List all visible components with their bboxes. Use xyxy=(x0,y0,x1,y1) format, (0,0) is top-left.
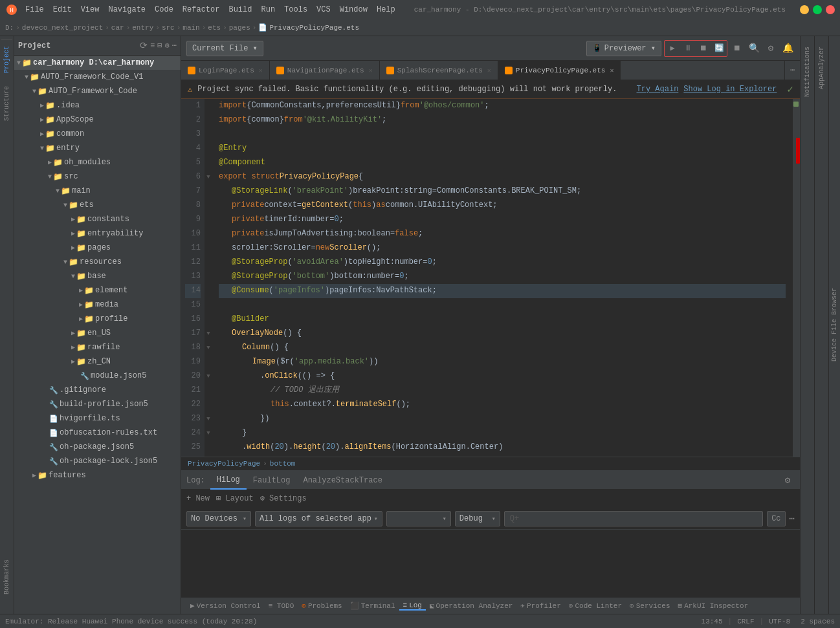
tree-item-rawfile[interactable]: ▶ 📁 rawfile xyxy=(14,340,181,354)
bottom-tab-settings[interactable]: ⚙ xyxy=(780,473,795,488)
tree-item-oh-modules[interactable]: ▶ 📁 oh_modules xyxy=(14,155,181,169)
tab-more-btn[interactable]: ⋯ xyxy=(784,61,800,80)
status-charset[interactable]: UTF-8 xyxy=(769,618,790,625)
app-analyzer-label[interactable]: AppAnalyzer xyxy=(816,41,827,94)
sidebar-action-sync[interactable]: ⟳ xyxy=(140,40,148,51)
run-btn-2[interactable]: ⏸ xyxy=(681,41,695,56)
sidebar-action-more[interactable]: ⋯ xyxy=(172,41,177,50)
run-btn-1[interactable]: ▶ xyxy=(665,41,680,56)
sidebar-action-gear[interactable]: ⚙ xyxy=(165,41,170,50)
tab-close-splash[interactable]: ✕ xyxy=(487,67,491,74)
tree-item-build-profile[interactable]: 🔧 build-profile.json5 xyxy=(14,397,181,411)
tab-close-login[interactable]: ✕ xyxy=(259,67,263,74)
tree-item-obfuscation[interactable]: 📄 obfuscation-rules.txt xyxy=(14,426,181,440)
menu-window[interactable]: Window xyxy=(335,4,372,16)
bottom-item-todo[interactable]: ≡ TODO xyxy=(265,602,298,610)
try-again-link[interactable]: Try Again xyxy=(637,85,679,94)
device-file-browser-label[interactable]: Device File Browser xyxy=(830,284,839,365)
tab-navigationpage[interactable]: NavigationPage.ets ✕ xyxy=(270,61,380,80)
tree-item-main[interactable]: ▼ 📁 main xyxy=(14,184,181,198)
menu-refactor[interactable]: Refactor xyxy=(178,4,225,16)
more-btn[interactable]: ⋯ xyxy=(790,513,795,524)
tree-item-zh-cn[interactable]: ▶ 📁 zh_CN xyxy=(14,354,181,369)
status-indent[interactable]: 2 spaces xyxy=(801,618,835,625)
search-btn[interactable]: 🔍 xyxy=(747,41,761,56)
tree-item-hvigorfile[interactable]: 📄 hvigorfile.ts xyxy=(14,411,181,426)
menu-code[interactable]: Code xyxy=(150,4,178,16)
tab-splashscreenpage[interactable]: SplashScreenPage.ets ✕ xyxy=(380,61,498,80)
tab-close-nav[interactable]: ✕ xyxy=(369,67,373,74)
breadcrumb-property[interactable]: bottom xyxy=(270,460,296,468)
settings-btn[interactable]: ⚙ xyxy=(764,41,778,56)
maximize-btn[interactable] xyxy=(813,5,822,14)
menu-view[interactable]: View xyxy=(76,4,104,16)
menu-navigate[interactable]: Navigate xyxy=(104,4,150,16)
tree-item-ets[interactable]: ▼ 📁 ets xyxy=(14,198,181,212)
tree-item-gitignore[interactable]: 🔧 .gitignore xyxy=(14,383,181,397)
left-tab-bookmarks[interactable]: Bookmarks xyxy=(1,553,12,601)
menu-run[interactable]: Run xyxy=(256,4,280,16)
bottom-item-codelinter[interactable]: ⊙ Code Linter xyxy=(565,601,626,610)
action-layout[interactable]: ⊞ Layout xyxy=(216,493,254,503)
left-tab-project[interactable]: Project xyxy=(1,39,12,80)
close-btn[interactable] xyxy=(826,5,835,14)
bottom-item-problems[interactable]: ⊙ Problems xyxy=(298,601,346,610)
tree-item-constants[interactable]: ▶ 📁 constants xyxy=(14,212,181,226)
tab-loginpage[interactable]: LoginPage.ets ✕ xyxy=(181,61,270,80)
menu-edit[interactable]: Edit xyxy=(49,4,76,16)
tree-item-entryability[interactable]: ▶ 📁 entryability xyxy=(14,226,181,241)
run-btn-3[interactable]: ⏹ xyxy=(696,41,711,56)
breadcrumb-page[interactable]: PrivacyPolicyPage xyxy=(188,460,260,468)
action-new[interactable]: + New xyxy=(186,494,210,503)
left-tab-structure[interactable]: Structure xyxy=(1,80,12,127)
tree-item-oh-package[interactable]: 🔧 oh-package.json5 xyxy=(14,440,181,454)
tree-item-media[interactable]: ▶ 📁 media xyxy=(14,298,181,312)
log-search[interactable]: Q+ xyxy=(504,511,763,526)
process-filter[interactable]: ▾ xyxy=(386,511,451,526)
level-filter[interactable]: Debug ▾ xyxy=(455,511,500,526)
bottom-item-services[interactable]: ⊙ Services xyxy=(626,601,674,610)
menu-tools[interactable]: Tools xyxy=(280,4,312,16)
previewer-btn[interactable]: 📱 Previewer ▾ xyxy=(586,41,661,56)
run-btn-4[interactable]: 🔄 xyxy=(712,41,726,56)
bottom-tab-analyzestack[interactable]: AnalyzeStackTrace xyxy=(296,471,388,490)
tree-item-features[interactable]: ▶ 📁 features xyxy=(14,468,181,482)
tree-item-en-us[interactable]: ▶ 📁 en_US xyxy=(14,326,181,340)
log-filter[interactable]: All logs of selected app ▾ xyxy=(255,511,382,526)
stop-btn[interactable]: ⏹ xyxy=(730,41,744,56)
status-position[interactable]: 13:45 xyxy=(702,618,723,625)
menu-vcs[interactable]: VCS xyxy=(312,4,335,16)
tree-item-auto-v1[interactable]: ▼ 📁 AUTO_Framework_Code_V1 xyxy=(14,70,181,84)
tree-item-pages[interactable]: ▶ 📁 pages xyxy=(14,241,181,255)
tree-item-base[interactable]: ▼ 📁 base xyxy=(14,269,181,283)
sidebar-action-split[interactable]: ⊟ xyxy=(157,41,162,50)
bottom-item-vc[interactable]: ▶ Version Control xyxy=(186,601,265,610)
tree-item-auto-code[interactable]: ▼ 📁 AUTO_Framework_Code xyxy=(14,84,181,98)
code-content[interactable]: import { CommonConstants, preferencesUti… xyxy=(212,99,792,457)
tree-item-module-json5[interactable]: 🔧 module.json5 xyxy=(14,369,181,383)
sidebar-action-sort[interactable]: ≡ xyxy=(150,41,155,50)
bottom-item-op-analyzer[interactable]: ⬕ Operation Analyzer xyxy=(426,601,516,610)
bottom-item-log[interactable]: ≡ Log xyxy=(399,601,426,611)
show-log-link[interactable]: Show Log in Explorer xyxy=(683,85,777,94)
menu-file[interactable]: File xyxy=(21,4,49,16)
minimize-btn[interactable] xyxy=(800,5,809,14)
device-selector[interactable]: No Devices ▾ xyxy=(186,511,251,526)
tree-item-resources[interactable]: ▼ 📁 resources xyxy=(14,255,181,269)
status-encoding[interactable]: CRLF xyxy=(737,618,754,625)
tree-item-car-harmony[interactable]: ▼ 📁 car_harmony D:\car_harmony xyxy=(14,56,181,70)
bottom-item-terminal[interactable]: ⬛ Terminal xyxy=(346,601,399,610)
tree-item-appscope[interactable]: ▶ 📁 AppScope xyxy=(14,113,181,127)
notification-btn[interactable]: 🔔 xyxy=(780,41,795,56)
tree-item-element[interactable]: ▶ 📁 element xyxy=(14,283,181,298)
bottom-tab-faultlog[interactable]: FaultLog xyxy=(247,471,297,490)
tab-privacypolicypage[interactable]: PrivacyPolicyPage.ets ✕ xyxy=(498,61,621,80)
menu-help[interactable]: Help xyxy=(372,4,400,16)
tab-close-privacy[interactable]: ✕ xyxy=(610,67,613,74)
tree-item-idea[interactable]: ▶ 📁 .idea xyxy=(14,98,181,113)
bottom-item-arkui[interactable]: ⊞ ArkUI Inspector xyxy=(674,601,753,610)
notifications-label[interactable]: Notifications xyxy=(802,41,813,102)
action-settings[interactable]: ⚙ Settings xyxy=(260,493,307,503)
current-file-selector[interactable]: Current File ▾ xyxy=(186,41,263,56)
bottom-tab-hilog[interactable]: HiLog xyxy=(210,471,247,490)
